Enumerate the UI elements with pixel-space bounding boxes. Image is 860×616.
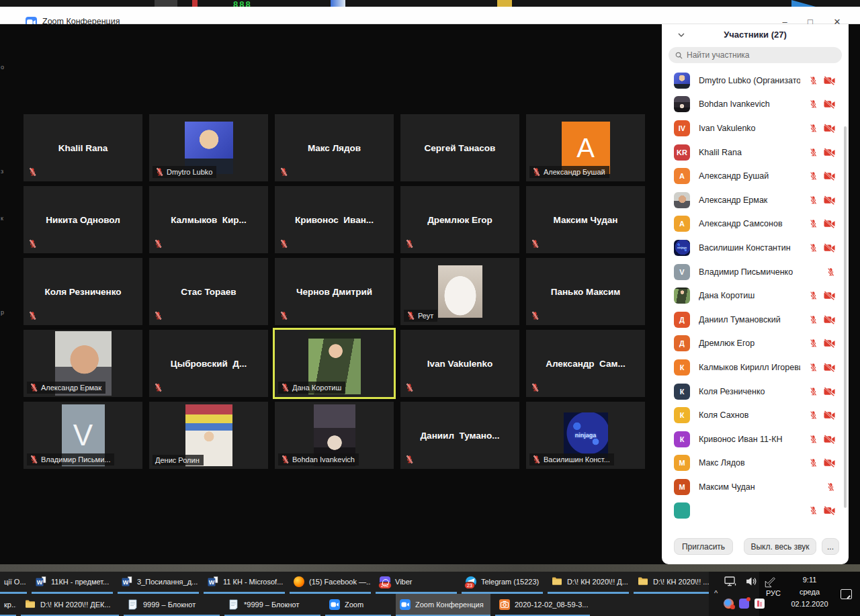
- hidden-tray-icons: [724, 599, 765, 609]
- participant-row[interactable]: V Владимир Письмиченко: [662, 260, 845, 284]
- desktop-wallpaper-strip: [0, 564, 860, 572]
- scrollbar[interactable]: [844, 126, 847, 508]
- language-indicator[interactable]: РУС: [766, 589, 781, 597]
- video-tile[interactable]: A Александр Бушай: [526, 114, 645, 181]
- participant-name: Ivan Vakulenko: [699, 124, 800, 133]
- mute-all-button[interactable]: Выкл. весь звук: [744, 538, 816, 555]
- participant-name: Александр Бушай: [699, 171, 800, 181]
- video-tile[interactable]: Денис Ролин: [149, 402, 268, 469]
- participant-row[interactable]: М Максим Чудан: [662, 475, 845, 499]
- participant-row[interactable]: К Коля Сахнов: [662, 403, 845, 427]
- taskbar-button[interactable]: кр...: [0, 594, 16, 616]
- background-fragment-text: к: [1, 215, 3, 222]
- taskbar-button[interactable]: W 3_Посилання_д...: [118, 572, 199, 594]
- video-tile[interactable]: Bohdan Ivankevich: [275, 402, 394, 469]
- mic-muted-icon: [809, 243, 818, 253]
- taskbar-button[interactable]: W 11КН - предмет...: [32, 572, 113, 594]
- video-tile[interactable]: Чернов Дмитрий: [275, 258, 394, 325]
- video-tile[interactable]: Никита Одновол: [24, 186, 142, 253]
- tray-browser-icon[interactable]: [724, 599, 734, 609]
- participant-name: Khalil Rana: [699, 148, 800, 157]
- participant-row[interactable]: IV Ivan Vakulenko: [662, 116, 845, 140]
- background-fragment: [192, 0, 198, 7]
- participant-row[interactable]: К Калмыков Кирилл Игоревич 1...: [662, 355, 845, 380]
- video-tile[interactable]: Khalil Rana: [24, 114, 142, 181]
- video-tile[interactable]: ninjaga Василишин Конст...: [526, 402, 645, 469]
- taskbar-button[interactable]: ції О...: [0, 572, 27, 594]
- participant-name: Bohdan Ivankevich: [699, 99, 800, 109]
- video-tile[interactable]: Калмыков Кир...: [149, 186, 268, 253]
- participant-row[interactable]: A Александр Бушай: [662, 164, 845, 188]
- action-center-icon[interactable]: [841, 589, 852, 599]
- more-button[interactable]: ...: [822, 538, 839, 555]
- participant-row[interactable]: К Кривонос Иван 11-КН: [662, 427, 845, 451]
- participant-row[interactable]: A Александр Самсонов: [662, 212, 845, 236]
- video-tile[interactable]: Стас Тораев: [149, 258, 268, 325]
- speaker-icon[interactable]: [746, 576, 757, 586]
- mic-muted-icon: [280, 167, 288, 177]
- participant-status-icons: [809, 363, 835, 372]
- clock[interactable]: 9:11 среда 02.12.2020: [785, 576, 834, 612]
- participant-row[interactable]: ninjaga Василишин Константин: [662, 236, 845, 260]
- taskbar-button[interactable]: (15) Facebook —...: [290, 572, 371, 594]
- video-tile[interactable]: Максим Чудан: [526, 186, 645, 253]
- tray-expand-chevron[interactable]: ^: [714, 589, 718, 597]
- tile-photo-avatar: ninjaga: [564, 412, 608, 458]
- taskbar-button[interactable]: 2020-12-02_08-59-3...: [495, 594, 590, 616]
- taskbar-button[interactable]: *9999 – Блокнот: [224, 594, 320, 616]
- video-off-icon: [824, 219, 835, 228]
- video-tile[interactable]: Ivan Vakulenko: [400, 330, 519, 397]
- arrow-cursor-icon[interactable]: [765, 574, 778, 588]
- video-tile[interactable]: Александр Ермак: [24, 330, 142, 397]
- video-tile[interactable]: Кривонос Иван...: [275, 186, 394, 253]
- participant-row[interactable]: Dmytro Lubko (Организатор, я): [662, 69, 845, 93]
- taskbar-button[interactable]: 23 Telegram (15223): [462, 572, 543, 594]
- participant-row[interactable]: Д Даниил Тумановский: [662, 308, 845, 332]
- video-tile[interactable]: Александр Сам...: [526, 330, 645, 397]
- taskbar-button[interactable]: W 11 КН - Microsof...: [204, 572, 285, 594]
- participant-avatar: [674, 288, 690, 304]
- participant-avatar: [674, 73, 690, 89]
- video-tile[interactable]: Цыбровский Д...: [149, 330, 268, 397]
- meeting-main-area: Khalil Rana Dmytro LubkoМакс Лядов: [0, 24, 860, 564]
- participant-row[interactable]: Д Дремлюк Егор: [662, 332, 845, 356]
- video-tile[interactable]: Сергей Танасов: [400, 114, 519, 181]
- mic-muted-icon: [809, 291, 818, 300]
- video-tile[interactable]: Dmytro Lubko: [149, 114, 268, 181]
- video-tile[interactable]: Макс Лядов: [275, 114, 394, 181]
- participant-list: Dmytro Lubko (Организатор, я) Bohdan Iva…: [662, 69, 845, 533]
- tray-viber-icon[interactable]: [739, 599, 749, 609]
- video-tile[interactable]: Коля Резниченко: [24, 258, 142, 325]
- taskbar-button[interactable]: 202 Viber: [376, 572, 457, 594]
- participant-row[interactable]: М Макс Лядов: [662, 451, 845, 476]
- network-display-icon[interactable]: [724, 576, 737, 587]
- video-tile[interactable]: Дремлюк Егор: [400, 186, 519, 253]
- participant-row[interactable]: [662, 499, 845, 523]
- taskbar-button[interactable]: 9999 – Блокнот: [124, 594, 220, 616]
- background-window-sliver: 888: [0, 0, 860, 7]
- video-tile[interactable]: Даниил Тумано...: [400, 402, 519, 469]
- tray-app-icon[interactable]: [755, 599, 765, 609]
- taskbar-button[interactable]: D:\! КН 2020\!! ДЕК...: [21, 594, 119, 616]
- video-tile[interactable]: Панько Максим: [526, 258, 645, 325]
- search-box[interactable]: [669, 47, 842, 63]
- taskbar-button[interactable]: Zoom Конференция: [396, 594, 490, 616]
- participant-row[interactable]: Дана Коротиш: [662, 283, 845, 308]
- video-tile[interactable]: Дана Коротиш: [275, 330, 394, 397]
- participant-avatar: IV: [674, 120, 690, 136]
- participant-row[interactable]: К Коля Резниченко: [662, 380, 845, 404]
- participant-name: Дремлюк Егор: [699, 339, 800, 348]
- participant-row[interactable]: Александр Ермак: [662, 188, 845, 212]
- search-input[interactable]: [687, 50, 821, 60]
- taskbar-button[interactable]: Zoom: [325, 594, 391, 616]
- taskbar-button[interactable]: D:\! КН 2020\!! ...: [634, 572, 715, 594]
- participant-row[interactable]: Bohdan Ivankevich: [662, 93, 845, 117]
- invite-button[interactable]: Пригласить: [674, 538, 733, 555]
- tile-mic-muted: [28, 311, 37, 320]
- participant-row[interactable]: KR Khalil Rana: [662, 140, 845, 165]
- video-tile[interactable]: Реут: [400, 258, 519, 325]
- video-off-icon: [824, 148, 835, 157]
- taskbar-button[interactable]: D:\! КН 2020\!! Д...: [548, 572, 629, 594]
- video-tile[interactable]: V Владимир Письми...: [24, 402, 142, 469]
- video-off-icon: [824, 435, 835, 444]
